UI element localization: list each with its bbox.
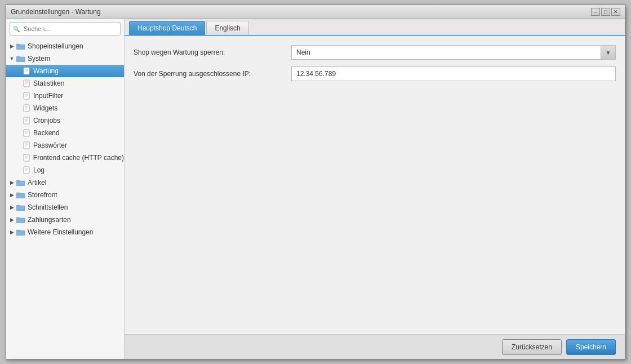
search-box: 🔍 (10, 22, 121, 35)
save-button[interactable]: Speichern (566, 339, 616, 355)
form-label-shop-wartung: Shop wegen Wartung sperren: (134, 48, 291, 56)
search-icon: 🔍 (13, 26, 20, 32)
svg-rect-3 (16, 56, 20, 58)
tabs-bar: Hauptshop DeutschEnglisch (125, 19, 625, 36)
sidebar-item-artikel[interactable]: ▶ Artikel (6, 176, 124, 189)
titlebar: Grundeinstellungen - Wartung – □ ✕ (6, 5, 625, 19)
tree-item-label: Wartung (33, 67, 59, 75)
svg-rect-12 (24, 92, 29, 99)
sidebar-item-statistiken[interactable]: Statistiken (6, 77, 124, 90)
svg-rect-49 (16, 230, 20, 232)
sidebar-item-storefront[interactable]: ▶ Storefront (6, 189, 124, 201)
expand-icon: ▶ (8, 179, 15, 186)
form-control-shop-wartung: NeinJa▼ (291, 45, 616, 60)
sidebar-item-cronjobs[interactable]: Cronjobs (6, 114, 124, 127)
svg-rect-1 (16, 44, 20, 46)
main-panel: Hauptshop DeutschEnglisch Shop wegen War… (125, 19, 625, 359)
select-shop-wartung[interactable]: NeinJa (291, 45, 601, 60)
svg-rect-20 (24, 117, 29, 124)
search-input[interactable] (10, 22, 121, 35)
tree-item-label: Storefront (28, 191, 57, 199)
expand-icon: ▶ (8, 229, 15, 236)
page-icon (23, 154, 31, 162)
tree-item-label: Backend (33, 129, 60, 137)
sidebar-item-passwoerter[interactable]: Passwörter (6, 139, 124, 152)
tree-item-label: Weitere Einstellungen (28, 228, 94, 236)
window-title: Grundeinstellungen - Wartung (11, 8, 101, 16)
tree-item-label: Shopeinstellungen (28, 42, 83, 50)
expand-icon: ▶ (8, 43, 15, 50)
sidebar-item-widgets[interactable]: Widgets (6, 102, 124, 114)
tree: ▶ Shopeinstellungen▼ System Wartung Stat… (6, 39, 124, 359)
tree-item-label: Statistiken (33, 79, 64, 87)
svg-rect-28 (24, 142, 29, 149)
select-wrapper-shop-wartung: NeinJa▼ (291, 45, 616, 60)
reset-button[interactable]: Zurücksetzen (502, 339, 562, 355)
sidebar-item-inputfilter[interactable]: InputFilter (6, 90, 124, 102)
page-icon (23, 141, 31, 149)
sidebar: 🔍 ▶ Shopeinstellungen▼ System Wartung St… (6, 19, 125, 359)
svg-rect-36 (24, 167, 29, 174)
svg-rect-47 (16, 217, 20, 219)
folder-icon (16, 43, 25, 50)
sidebar-item-wartung[interactable]: Wartung (6, 65, 124, 77)
tree-item-label: Schnittstellen (28, 203, 68, 211)
collapse-icon: ▼ (8, 55, 15, 62)
svg-rect-43 (16, 193, 20, 194)
tab-hauptshop-deutsch[interactable]: Hauptshop Deutsch (129, 21, 205, 35)
sidebar-item-system[interactable]: ▼ System (6, 52, 124, 65)
sidebar-item-shopeinstellungen[interactable]: ▶ Shopeinstellungen (6, 40, 124, 52)
footer: Zurücksetzen Speichern (125, 334, 625, 359)
tree-item-label: Passwörter (33, 141, 67, 149)
tree-item-label: InputFilter (33, 92, 63, 100)
page-icon (23, 79, 31, 87)
tree-item-label: Cronjobs (33, 117, 60, 125)
tree-item-label: Artikel (28, 179, 46, 187)
expand-icon: ▶ (8, 216, 15, 223)
sidebar-item-frontend-cache[interactable]: Frontend cache (HTTP cache) (6, 152, 124, 164)
expand-icon: ▶ (8, 204, 15, 211)
page-icon (23, 67, 31, 75)
page-icon (23, 104, 31, 112)
page-icon (23, 92, 31, 100)
sidebar-item-schnittstellen[interactable]: ▶ Schnittstellen (6, 201, 124, 214)
sidebar-item-log[interactable]: Log (6, 164, 124, 176)
input-ausgeschlossene-ip[interactable] (291, 66, 616, 81)
sidebar-item-zahlungsarten[interactable]: ▶ Zahlungsarten (6, 214, 124, 226)
minimize-button[interactable]: – (591, 8, 600, 16)
svg-rect-32 (24, 154, 29, 161)
svg-rect-41 (16, 180, 20, 182)
page-icon (23, 117, 31, 125)
sidebar-item-weitere-einstellungen[interactable]: ▶ Weitere Einstellungen (6, 226, 124, 238)
select-arrow-icon[interactable]: ▼ (601, 45, 616, 60)
page-icon (23, 129, 31, 137)
tree-item-label: System (28, 55, 50, 63)
expand-icon: ▶ (8, 192, 15, 198)
tree-item-label: Log (33, 166, 45, 174)
tree-item-label: Frontend cache (HTTP cache) (33, 154, 124, 162)
tree-item-label: Zahlungsarten (28, 216, 71, 224)
svg-rect-8 (24, 80, 29, 87)
svg-rect-24 (24, 130, 29, 136)
form-label-ausgeschlossene-ip: Von der Sperrung ausgeschlossene IP: (134, 70, 291, 78)
folder-icon (16, 216, 25, 223)
tab-englisch[interactable]: Englisch (206, 21, 248, 35)
sidebar-item-backend[interactable]: Backend (6, 127, 124, 139)
folder-icon (16, 204, 25, 211)
maximize-button[interactable]: □ (601, 8, 610, 16)
form-row-ausgeschlossene-ip: Von der Sperrung ausgeschlossene IP: (134, 66, 616, 81)
page-icon (23, 166, 31, 174)
folder-icon (16, 179, 25, 186)
tree-item-label: Widgets (33, 104, 57, 112)
close-button[interactable]: ✕ (611, 8, 620, 16)
form-control-ausgeschlossene-ip (291, 66, 616, 81)
folder-icon (16, 229, 25, 236)
folder-icon (16, 192, 25, 198)
form-area: Shop wegen Wartung sperren:NeinJa▼Von de… (125, 36, 625, 334)
svg-rect-4 (24, 68, 29, 74)
svg-rect-16 (24, 105, 29, 112)
window-controls: – □ ✕ (591, 8, 620, 16)
folder-icon (16, 55, 25, 62)
svg-rect-45 (16, 205, 20, 207)
form-row-shop-wartung: Shop wegen Wartung sperren:NeinJa▼ (134, 45, 616, 60)
